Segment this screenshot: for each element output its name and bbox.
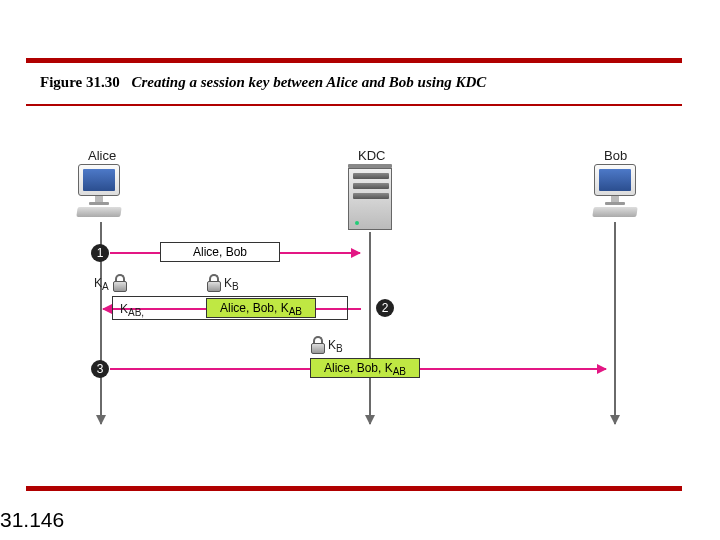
key-kb-2: KB	[328, 338, 343, 354]
rule-bottom	[26, 486, 682, 491]
step-marker-1: 1	[91, 244, 109, 262]
lock-icon	[310, 336, 326, 354]
msg-1: Alice, Bob	[160, 242, 280, 262]
alice-computer-icon	[74, 164, 124, 217]
label-kdc: KDC	[358, 148, 385, 163]
label-alice: Alice	[88, 148, 116, 163]
key-kb-1: KB	[224, 276, 239, 292]
lock-icon	[112, 274, 128, 292]
rule-top	[26, 58, 682, 63]
msg-3: Alice, Bob, KAB	[310, 358, 420, 378]
kdc-diagram: Alice KDC Bob 1 Alice, Bob 2 KA KAB, KB …	[80, 148, 640, 448]
lock-icon	[206, 274, 222, 292]
page-number: 31.146	[0, 508, 64, 532]
bob-computer-icon	[590, 164, 640, 217]
key-ka: KA	[94, 276, 109, 292]
figure-caption: Figure 31.30 Creating a session key betw…	[40, 74, 486, 91]
bob-timeline	[614, 222, 616, 424]
figure-title: Creating a session key between Alice and…	[131, 74, 486, 90]
kdc-server-icon	[348, 164, 392, 230]
figure-number: Figure 31.30	[40, 74, 120, 90]
kdc-timeline	[369, 232, 371, 424]
msg-2-inner: Alice, Bob, KAB	[206, 298, 316, 318]
step-marker-2: 2	[376, 299, 394, 317]
step-marker-3: 3	[91, 360, 109, 378]
rule-mid	[26, 104, 682, 106]
label-bob: Bob	[604, 148, 627, 163]
key-kab-left: KAB,	[120, 302, 144, 318]
